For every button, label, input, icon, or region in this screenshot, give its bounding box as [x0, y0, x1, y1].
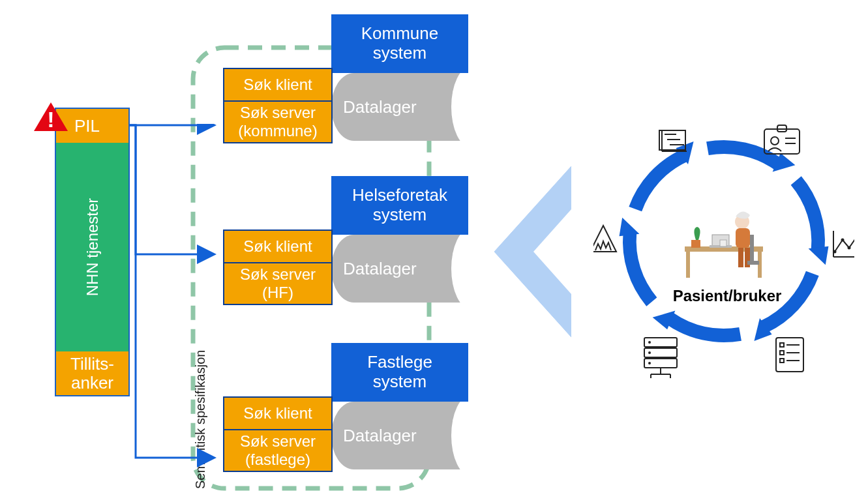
patient-illustration	[685, 211, 763, 278]
datalager-cylinder: Datalager	[331, 402, 471, 469]
svg-rect-33	[780, 359, 784, 363]
search-server: Søk server(fastlege)	[224, 430, 331, 471]
svg-rect-57	[747, 261, 759, 265]
nhn-tillitsanker: Tillits-anker	[56, 351, 128, 395]
svg-rect-29	[780, 343, 784, 347]
datalager-label: Datalager	[343, 259, 417, 279]
svg-rect-49	[691, 240, 700, 248]
svg-rect-56	[750, 235, 754, 261]
cylinder-cap	[451, 235, 471, 303]
system-head: Helseforetaksystem	[331, 176, 468, 235]
svg-rect-31	[780, 351, 784, 355]
search-stack: Søk klient Søk server(fastlege)	[223, 396, 333, 472]
svg-point-39	[648, 351, 651, 354]
system-head-label: Kommunesystem	[361, 24, 439, 63]
search-stack: Søk klient Søk server(kommune)	[223, 68, 333, 143]
cylinder-cap	[451, 73, 471, 141]
svg-point-25	[841, 239, 845, 242]
svg-point-19	[771, 137, 779, 145]
system-block-kommune: Kommunesystem Datalager Søk klient Søk s…	[223, 14, 468, 150]
datalager-label: Datalager	[343, 426, 417, 446]
system-head-label: Fastlegesystem	[367, 353, 432, 392]
system-block-helseforetak: Helseforetaksystem Datalager Søk klient …	[223, 176, 468, 312]
svg-rect-47	[686, 252, 690, 278]
nhn-tillit-label: Tillits-anker	[70, 355, 114, 392]
chart-icon	[833, 231, 855, 257]
nhn-arrows	[129, 124, 223, 476]
id-badge-icon	[764, 125, 800, 154]
svg-rect-53	[736, 228, 750, 248]
nhn-container: PIL NHN tjenester Tillits-anker	[55, 108, 130, 396]
search-client: Søk klient	[224, 398, 331, 429]
search-client: Søk klient	[224, 231, 331, 262]
svg-rect-54	[738, 248, 743, 267]
checklist-icon	[776, 338, 803, 372]
search-stack: Søk klient Søk server(HF)	[223, 230, 333, 305]
svg-point-26	[848, 246, 851, 250]
svg-rect-58	[720, 240, 726, 246]
servers-icon	[644, 338, 677, 378]
svg-point-38	[648, 341, 651, 344]
svg-text:!: !	[47, 107, 54, 132]
search-server: Søk server(kommune)	[224, 102, 331, 142]
patient-cycle	[593, 98, 854, 398]
search-client: Søk klient	[224, 69, 331, 100]
search-server: Søk server(HF)	[224, 263, 331, 304]
explosion-icon	[593, 226, 616, 252]
nhn-services: NHN tjenester	[56, 143, 128, 351]
svg-point-40	[648, 362, 651, 364]
nhn-services-label: NHN tjenester	[83, 198, 102, 297]
svg-point-24	[833, 250, 837, 254]
nhn-pil-label: PIL	[74, 116, 100, 136]
system-head-label: Helseforetaksystem	[352, 186, 447, 225]
datalager-cylinder: Datalager	[331, 235, 471, 303]
datalager-label: Datalager	[343, 97, 417, 117]
system-block-fastlege: Fastlegesystem Datalager Søk klient Søk …	[223, 343, 468, 479]
system-head: Kommunesystem	[331, 14, 468, 73]
cylinder-cap	[451, 402, 471, 469]
system-head: Fastlegesystem	[331, 343, 468, 402]
warning-icon: !	[33, 101, 69, 134]
patient-label: Pasient/bruker	[646, 287, 809, 305]
big-chevron-icon	[494, 166, 571, 337]
datalager-cylinder: Datalager	[331, 73, 471, 141]
